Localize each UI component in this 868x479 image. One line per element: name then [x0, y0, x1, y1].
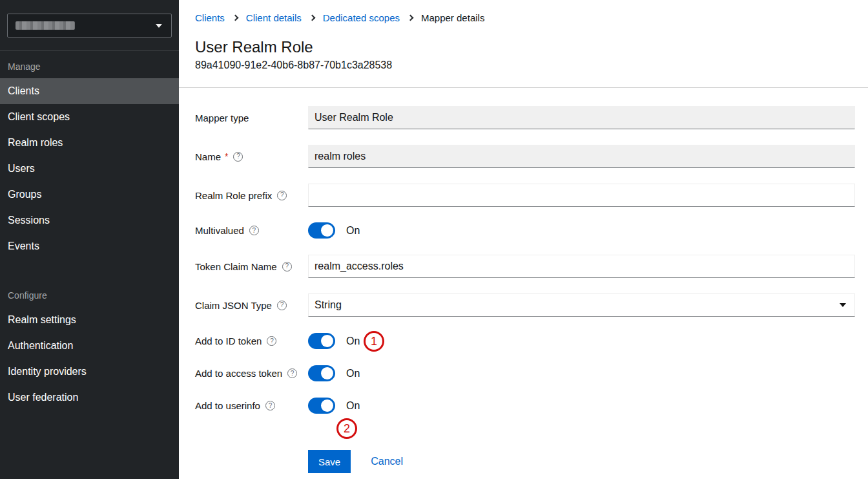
token-claim-name-help-icon[interactable]	[282, 262, 292, 271]
realm-selector[interactable]	[7, 14, 172, 37]
sidebar-item-realm-settings[interactable]: Realm settings	[0, 307, 179, 333]
breadcrumb-separator-icon	[408, 15, 414, 21]
realm-name-redacted	[16, 21, 75, 30]
required-asterisk: *	[225, 151, 228, 162]
form-row-add-to-userinfo: Add to userinfo On	[195, 398, 855, 414]
sidebar-nav: Manage Clients Client scopes Realm roles…	[0, 51, 179, 410]
nav-section-configure-label: Configure	[0, 280, 179, 307]
nav-group-configure: Configure Realm settings Authentication …	[0, 280, 179, 410]
nav-list-manage: Clients Client scopes Realm roles Users …	[0, 78, 179, 259]
nav-list-configure: Realm settings Authentication Identity p…	[0, 307, 179, 410]
name-input[interactable]	[308, 145, 855, 168]
sidebar-item-clients[interactable]: Clients	[0, 78, 179, 104]
sidebar-header	[0, 0, 179, 51]
breadcrumb-separator-icon	[232, 15, 238, 21]
sidebar-item-realm-roles[interactable]: Realm roles	[0, 130, 179, 156]
mapper-form: Mapper type Name * Re	[179, 88, 868, 473]
main-content: Clients Client details Dedicated scopes …	[179, 0, 868, 479]
form-row-add-to-id-token: Add to ID token On	[195, 333, 855, 349]
add-to-userinfo-toggle[interactable]	[308, 398, 335, 414]
nav-section-manage-label: Manage	[0, 51, 179, 78]
caret-down-icon	[156, 24, 162, 28]
toggle-knob	[321, 399, 333, 412]
claim-json-type-select[interactable]: String	[308, 293, 855, 317]
app-root: Manage Clients Client scopes Realm roles…	[0, 0, 868, 479]
token-claim-name-label-wrap: Token Claim Name	[195, 261, 308, 272]
add-to-userinfo-label-wrap: Add to userinfo	[195, 400, 308, 411]
toggle-knob	[321, 367, 333, 379]
multivalued-state: On	[346, 225, 360, 237]
sidebar-item-users[interactable]: Users	[0, 156, 179, 182]
form-row-multivalued: Multivalued On	[195, 222, 855, 239]
sidebar-item-events[interactable]: Events	[0, 233, 179, 259]
add-to-id-token-control: On	[308, 333, 855, 349]
breadcrumb-dedicated-scopes[interactable]: Dedicated scopes	[323, 12, 400, 23]
multivalued-label: Multivalued	[195, 225, 244, 236]
sidebar-item-sessions[interactable]: Sessions	[0, 208, 179, 233]
token-claim-name-input[interactable]	[308, 255, 855, 278]
toggle-knob	[321, 335, 333, 347]
breadcrumb-mapper-details: Mapper details	[421, 12, 484, 23]
breadcrumb-separator-icon	[309, 15, 315, 21]
add-to-id-token-toggle[interactable]	[308, 333, 335, 349]
form-row-claim-json-type: Claim JSON Type String	[195, 293, 855, 317]
cancel-button[interactable]: Cancel	[371, 456, 403, 467]
multivalued-control: On	[308, 222, 855, 239]
form-actions: Save Cancel	[195, 450, 855, 473]
multivalued-label-wrap: Multivalued	[195, 225, 308, 236]
nav-group-manage: Manage Clients Client scopes Realm roles…	[0, 51, 179, 259]
claim-json-type-help-icon[interactable]	[277, 301, 287, 310]
actions-control: Save Cancel	[308, 450, 855, 473]
sidebar-item-user-federation[interactable]: User federation	[0, 385, 179, 410]
add-to-id-token-label: Add to ID token	[195, 335, 262, 346]
breadcrumb-clients[interactable]: Clients	[195, 12, 225, 23]
multivalued-help-icon[interactable]	[249, 226, 259, 235]
token-claim-name-label: Token Claim Name	[195, 261, 277, 272]
form-row-add-to-access-token: Add to access token On	[195, 365, 855, 381]
form-row-mapper-type: Mapper type	[195, 106, 855, 129]
save-button[interactable]: Save	[308, 450, 351, 473]
form-row-realm-role-prefix: Realm Role prefix	[195, 184, 855, 207]
add-to-userinfo-help-icon[interactable]	[265, 401, 275, 410]
realm-role-prefix-control	[308, 184, 855, 207]
claim-json-type-label: Claim JSON Type	[195, 300, 272, 311]
claim-json-type-control: String	[308, 293, 855, 317]
toggle-knob	[321, 224, 333, 237]
realm-role-prefix-label: Realm Role prefix	[195, 190, 272, 201]
mapper-type-label-wrap: Mapper type	[195, 112, 308, 123]
page-header: Clients Client details Dedicated scopes …	[179, 0, 868, 88]
breadcrumb-client-details[interactable]: Client details	[246, 12, 302, 23]
name-label: Name	[195, 151, 221, 162]
add-to-id-token-help-icon[interactable]	[267, 336, 276, 346]
mapper-type-input[interactable]	[308, 106, 855, 129]
sidebar-item-client-scopes[interactable]: Client scopes	[0, 104, 179, 130]
add-to-access-token-label-wrap: Add to access token	[195, 368, 308, 379]
add-to-access-token-help-icon[interactable]	[287, 368, 297, 378]
name-label-wrap: Name *	[195, 151, 308, 162]
add-to-userinfo-state: On	[346, 400, 360, 412]
realm-role-prefix-help-icon[interactable]	[277, 191, 287, 200]
mapper-type-control	[308, 106, 855, 129]
sidebar-item-authentication[interactable]: Authentication	[0, 333, 179, 359]
form-row-token-claim-name: Token Claim Name	[195, 255, 855, 278]
realm-role-prefix-input[interactable]	[308, 184, 855, 207]
add-to-id-token-label-wrap: Add to ID token	[195, 335, 308, 346]
form-row-name: Name *	[195, 145, 855, 168]
name-control	[308, 145, 855, 168]
claim-json-type-value: String	[315, 299, 342, 311]
add-to-access-token-state: On	[346, 368, 360, 379]
page-title: User Realm Role	[195, 37, 855, 57]
add-to-access-token-label: Add to access token	[195, 368, 282, 379]
multivalued-toggle[interactable]	[308, 222, 335, 239]
add-to-userinfo-control: On	[308, 398, 855, 414]
add-to-access-token-toggle[interactable]	[308, 365, 335, 381]
sidebar-item-identity-providers[interactable]: Identity providers	[0, 359, 179, 385]
add-to-id-token-state: On	[346, 335, 360, 347]
claim-json-type-label-wrap: Claim JSON Type	[195, 300, 308, 311]
name-help-icon[interactable]	[233, 152, 243, 162]
breadcrumb: Clients Client details Dedicated scopes …	[195, 12, 855, 23]
realm-role-prefix-label-wrap: Realm Role prefix	[195, 190, 308, 201]
token-claim-name-control	[308, 255, 855, 278]
sidebar-item-groups[interactable]: Groups	[0, 182, 179, 208]
page-subtitle: 89a41090-91e2-40b6-8b87-70b1c3a28538	[195, 58, 855, 72]
